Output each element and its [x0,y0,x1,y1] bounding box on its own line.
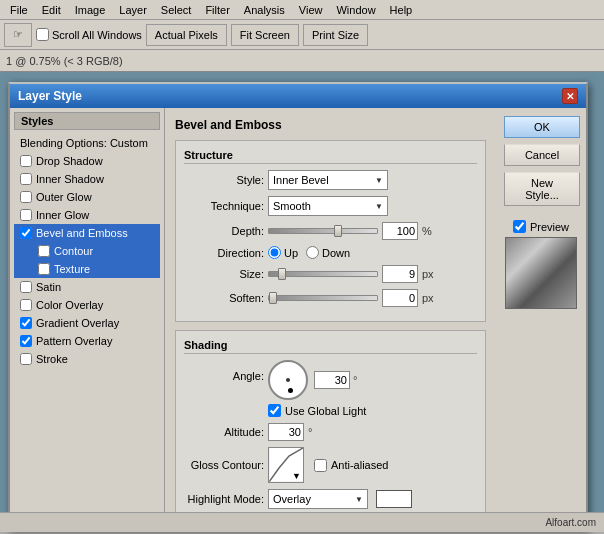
ok-button[interactable]: OK [504,116,580,138]
preview-box [505,237,577,309]
dialog-close-button[interactable]: ✕ [562,88,578,104]
preview-area: Preview [504,220,578,309]
style-item-color-overlay[interactable]: Color Overlay [14,296,160,314]
inner-glow-checkbox[interactable] [20,209,32,221]
style-dropdown-arrow: ▼ [375,176,383,185]
menu-window[interactable]: Window [330,3,381,17]
menu-edit[interactable]: Edit [36,3,67,17]
preview-label-text: Preview [530,221,569,233]
size-input[interactable] [382,265,418,283]
contour-dropdown-arrow: ▼ [292,471,301,481]
bevel-emboss-checkbox[interactable] [20,227,32,239]
dialog-titlebar: Layer Style ✕ [10,84,586,108]
style-item-inner-glow[interactable]: Inner Glow [14,206,160,224]
style-dropdown-value: Inner Bevel [273,174,329,186]
size-slider[interactable] [268,271,378,277]
color-overlay-label: Color Overlay [36,299,103,311]
styles-panel: Styles Blending Options: Custom Drop Sha… [10,108,165,528]
stroke-checkbox[interactable] [20,353,32,365]
dial-center-dot [286,378,290,382]
print-size-button[interactable]: Print Size [303,24,368,46]
highlight-dropdown-arrow: ▼ [355,495,363,504]
anti-aliased-checkbox[interactable] [314,459,327,472]
bevel-emboss-label: Bevel and Emboss [36,227,128,239]
style-item-inner-shadow[interactable]: Inner Shadow [14,170,160,188]
menu-analysis[interactable]: Analysis [238,3,291,17]
satin-checkbox[interactable] [20,281,32,293]
texture-checkbox[interactable] [38,263,50,275]
addressbar: 1 @ 0.75% (< 3 RGB/8) [0,50,604,72]
menu-view[interactable]: View [293,3,329,17]
preview-checkbox[interactable] [513,220,526,233]
highlight-color-swatch[interactable] [376,490,412,508]
direction-up-radio[interactable] [268,246,281,259]
soften-input[interactable] [382,289,418,307]
style-item-drop-shadow[interactable]: Drop Shadow [14,152,160,170]
pattern-overlay-label: Pattern Overlay [36,335,112,347]
cancel-button[interactable]: Cancel [504,144,580,166]
toolbar: ☞ Scroll All Windows Actual Pixels Fit S… [0,20,604,50]
highlight-mode-value: Overlay [273,493,311,505]
color-overlay-checkbox[interactable] [20,299,32,311]
style-item-blending[interactable]: Blending Options: Custom [14,134,160,152]
contour-checkbox[interactable] [38,245,50,257]
style-item-stroke[interactable]: Stroke [14,350,160,368]
drop-shadow-checkbox[interactable] [20,155,32,167]
menu-file[interactable]: File [4,3,34,17]
style-item-texture[interactable]: Texture [14,260,160,278]
pattern-overlay-checkbox[interactable] [20,335,32,347]
soften-label: Soften: [184,292,264,304]
gradient-overlay-checkbox[interactable] [20,317,32,329]
highlight-mode-dropdown[interactable]: Overlay ▼ [268,489,368,509]
menu-filter[interactable]: Filter [199,3,235,17]
menu-select[interactable]: Select [155,3,198,17]
technique-dropdown-value: Smooth [273,200,311,212]
hand-icon: ☞ [13,28,23,41]
direction-row: Direction: Up Down [184,246,477,259]
style-item-outer-glow[interactable]: Outer Glow [14,188,160,206]
use-global-light-label[interactable]: Use Global Light [268,404,367,417]
shading-title: Shading [184,339,477,354]
scroll-all-checkbox[interactable] [36,28,49,41]
direction-down-text: Down [322,247,350,259]
direction-down-radio[interactable] [306,246,319,259]
depth-input[interactable] [382,222,418,240]
style-item-pattern-overlay[interactable]: Pattern Overlay [14,332,160,350]
anti-aliased-label[interactable]: Anti-aliased [314,459,388,472]
style-dropdown[interactable]: Inner Bevel ▼ [268,170,388,190]
preview-label[interactable]: Preview [513,220,569,233]
technique-dropdown[interactable]: Smooth ▼ [268,196,388,216]
depth-row: Depth: % [184,222,477,240]
style-item-gradient-overlay[interactable]: Gradient Overlay [14,314,160,332]
depth-unit: % [422,225,436,237]
menu-help[interactable]: Help [384,3,419,17]
style-item-bevel-emboss[interactable]: Bevel and Emboss [14,224,160,242]
altitude-unit: ° [308,426,322,438]
angle-dial[interactable] [268,360,308,400]
satin-label: Satin [36,281,61,293]
gloss-contour-preview[interactable]: ▼ [268,447,304,483]
hand-tool-button[interactable]: ☞ [4,23,32,47]
direction-up-label[interactable]: Up [268,246,298,259]
direction-down-label[interactable]: Down [306,246,350,259]
outer-glow-checkbox[interactable] [20,191,32,203]
menu-image[interactable]: Image [69,3,112,17]
menubar: File Edit Image Layer Select Filter Anal… [0,0,604,20]
soften-slider[interactable] [268,295,378,301]
actual-pixels-button[interactable]: Actual Pixels [146,24,227,46]
technique-row: Technique: Smooth ▼ [184,196,477,216]
style-item-contour[interactable]: Contour [14,242,160,260]
depth-slider[interactable] [268,228,378,234]
angle-input[interactable] [314,371,350,389]
dialog-body: Styles Blending Options: Custom Drop Sha… [10,108,586,528]
style-row: Style: Inner Bevel ▼ [184,170,477,190]
fit-screen-button[interactable]: Fit Screen [231,24,299,46]
direction-label: Direction: [184,247,264,259]
menu-layer[interactable]: Layer [113,3,153,17]
inner-shadow-checkbox[interactable] [20,173,32,185]
scroll-all-checkbox-label[interactable]: Scroll All Windows [36,28,142,41]
style-item-satin[interactable]: Satin [14,278,160,296]
use-global-light-checkbox[interactable] [268,404,281,417]
new-style-button[interactable]: New Style... [504,172,580,206]
altitude-input[interactable] [268,423,304,441]
